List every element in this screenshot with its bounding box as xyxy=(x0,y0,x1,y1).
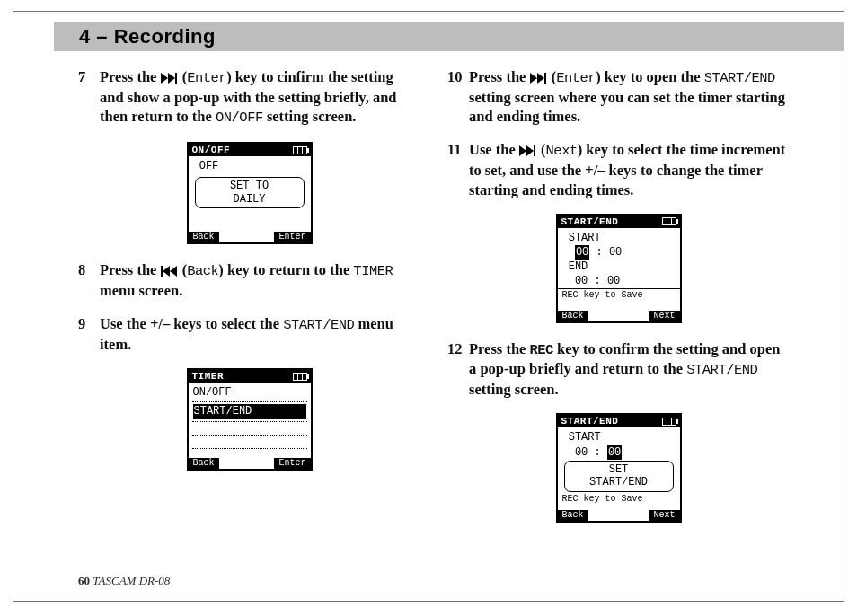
text: Use the +/– keys to select the xyxy=(100,315,283,332)
svg-marker-10 xyxy=(526,145,534,156)
popup-line: START/END xyxy=(567,476,671,488)
softkey-left: Back xyxy=(189,458,219,469)
lcd-popup: SET START/END xyxy=(564,461,674,492)
svg-marker-4 xyxy=(163,266,170,277)
lcd-screen: TIMER ON/OFF START/END xyxy=(187,368,313,471)
step-9: 9 Use the +/– keys to select the START/E… xyxy=(78,314,420,354)
step-number: 7 xyxy=(78,67,85,86)
text: ( xyxy=(179,68,188,85)
step-12: 12 Press the REC key to confirm the sett… xyxy=(447,339,790,400)
lcd-figure-startend-popup: START/END START 00 : 00 SET START/END xyxy=(447,413,790,523)
step-text: Use the +/– keys to select the START/END… xyxy=(100,315,393,353)
lcd-body: START 00 : 00 END 00 : 00 REC key to Sav… xyxy=(558,228,680,304)
lcd-popup: SET TO DAILY xyxy=(195,177,305,208)
rewind-icon xyxy=(161,262,179,281)
lcd-title: START/END xyxy=(561,216,619,227)
lcd-title-bar: START/END xyxy=(558,415,680,427)
lcd-body: START 00 : 00 SET START/END REC key to S… xyxy=(558,427,680,507)
step-text: Use the (Next) key to select the time in… xyxy=(469,141,785,198)
svg-marker-0 xyxy=(161,73,168,84)
text: ( xyxy=(179,261,188,278)
mono-text: TIMER xyxy=(353,263,393,279)
section-header: 4 – Recording xyxy=(54,22,844,51)
lcd-softkeys: Back Next xyxy=(558,509,680,521)
lcd-body: ON/OFF START/END xyxy=(189,383,311,453)
softkey-left: Back xyxy=(189,232,219,242)
lcd-softkeys: Back Next xyxy=(558,310,680,321)
lcd-screen: START/END START 00 : 00 SET START/END xyxy=(556,413,682,523)
column-right: 10 Press the (Enter) key to open the STA… xyxy=(447,67,790,539)
svg-marker-5 xyxy=(170,266,177,277)
popup-line: SET xyxy=(567,463,671,476)
lcd-row: START xyxy=(562,231,676,245)
lcd-row: 00 : 00 xyxy=(562,445,676,460)
svg-marker-7 xyxy=(537,73,544,84)
popup-line: SET TO xyxy=(198,180,302,192)
text: ( xyxy=(548,68,557,85)
step-text: Press the (Back) key to return to the TI… xyxy=(100,261,393,299)
lcd-row: ON/OFF xyxy=(193,385,306,400)
ffwd-icon xyxy=(161,69,179,88)
lcd-title-bar: ON/OFF xyxy=(189,144,311,156)
lcd-figure-timer: TIMER ON/OFF START/END xyxy=(78,368,420,471)
text: ) key to return to the xyxy=(218,261,353,278)
lcd-row: END xyxy=(562,260,676,274)
column-left: 7 Press the (Enter) key to cinfirm the s… xyxy=(78,67,420,539)
battery-icon xyxy=(662,217,676,225)
lcd-title: TIMER xyxy=(192,371,225,382)
lcd-row: 00 : 00 xyxy=(562,274,676,288)
lcd-title: ON/OFF xyxy=(192,145,231,155)
lcd-row: START xyxy=(562,430,676,444)
step-number: 8 xyxy=(78,260,85,279)
softkey-right: Enter xyxy=(274,232,310,242)
mono-text: START/END xyxy=(704,70,775,86)
step-text: Press the REC key to confirm the setting… xyxy=(469,340,780,399)
svg-marker-6 xyxy=(530,73,537,84)
text: Press the xyxy=(469,340,530,357)
ffwd-icon xyxy=(519,142,537,161)
lcd-row: OFF xyxy=(193,159,306,173)
step-number: 9 xyxy=(78,314,85,333)
key-label: REC xyxy=(530,342,553,358)
footer-model: TASCAM DR-08 xyxy=(90,574,170,587)
battery-icon xyxy=(293,373,307,381)
content-columns: 7 Press the (Enter) key to cinfirm the s… xyxy=(13,51,844,548)
lcd-row: 00 : 00 xyxy=(562,245,676,260)
lcd-title-bar: TIMER xyxy=(189,370,311,383)
lcd-softkeys: Back Enter xyxy=(189,457,311,469)
battery-icon xyxy=(293,146,307,154)
lcd-screen: START/END START 00 : 00 END 00 : 00 REC … xyxy=(556,214,682,323)
step-text: Press the (Enter) key to open the START/… xyxy=(469,68,785,125)
step-number: 10 xyxy=(447,67,463,86)
mono-text: ON/OFF xyxy=(216,110,263,126)
lcd-screen: ON/OFF OFF SET TO DAILY xyxy=(187,142,313,244)
svg-marker-1 xyxy=(168,73,175,84)
step-number: 11 xyxy=(447,140,462,159)
text: Press the xyxy=(100,68,161,85)
key-label: Next xyxy=(546,143,578,159)
battery-icon xyxy=(662,418,676,426)
mono-text: START/END xyxy=(283,317,354,333)
text: ( xyxy=(537,141,546,158)
popup-line: DAILY xyxy=(198,193,302,206)
softkey-left: Back xyxy=(558,311,588,321)
page-outline: 4 – Recording 7 Press the (Enter) key to… xyxy=(13,11,844,602)
svg-rect-2 xyxy=(175,73,177,84)
page-frame: 4 – Recording 7 Press the (Enter) key to… xyxy=(0,0,857,616)
lcd-body: OFF SET TO DAILY xyxy=(189,156,311,215)
key-label: Enter xyxy=(187,70,226,86)
step-11: 11 Use the (Next) key to select the time… xyxy=(447,140,790,198)
step-text: Press the (Enter) key to cinfirm the set… xyxy=(100,68,397,125)
svg-rect-11 xyxy=(534,145,535,156)
text: Press the xyxy=(100,261,161,278)
text: Press the xyxy=(469,68,530,85)
step-7: 7 Press the (Enter) key to cinfirm the s… xyxy=(78,67,420,128)
page-footer: 60 TASCAM DR-08 xyxy=(78,574,170,588)
text: setting screen. xyxy=(469,381,559,398)
lcd-figure-startend: START/END START 00 : 00 END 00 : 00 REC … xyxy=(447,214,790,323)
softkey-left: Back xyxy=(558,510,588,521)
key-label: Enter xyxy=(556,70,596,86)
softkey-right: Next xyxy=(649,311,679,321)
section-title: 4 – Recording xyxy=(54,25,216,48)
svg-marker-9 xyxy=(519,145,526,156)
